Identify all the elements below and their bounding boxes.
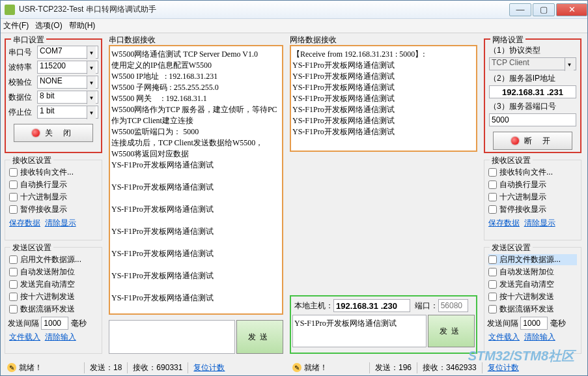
- send-settings-group-right: 发送区设置 启用文件数据源... 自动发送附加位 发送完自动清空 按十六进制发送…: [484, 247, 581, 354]
- stopbits-value[interactable]: 1 bit: [40, 106, 87, 118]
- proto-value[interactable]: TCP Client: [492, 58, 565, 70]
- pause-recv-check[interactable]: [9, 205, 18, 214]
- enable-file-source-check-r[interactable]: [488, 255, 497, 264]
- auto-clear-check[interactable]: [9, 280, 18, 289]
- recv-settings-group-left: 接收区设置 接收转向文件... 自动换行显示 十六进制显示 暂停接收显示 保存数…: [5, 160, 102, 240]
- com-port-value[interactable]: COM7: [40, 46, 87, 58]
- enable-file-source-check[interactable]: [9, 255, 18, 264]
- record-icon: [32, 129, 40, 137]
- hex-send-check[interactable]: [9, 293, 18, 301]
- chevron-down-icon[interactable]: ▼: [87, 46, 96, 59]
- interval-input-r[interactable]: [520, 317, 548, 330]
- chevron-down-icon[interactable]: ▼: [87, 106, 96, 119]
- server-port-input[interactable]: [489, 113, 576, 126]
- titlebar: USR-TCP232-Test 串口转网络调试助手 — ▢ ✕: [1, 1, 587, 19]
- menubar: 文件(F) 选项(O) 帮助(H): [1, 19, 587, 33]
- proto-label: （1）协议类型: [489, 45, 576, 56]
- window-title: USR-TCP232-Test 串口转网络调试助手: [19, 4, 508, 15]
- serial-send-input[interactable]: [109, 320, 235, 354]
- recv-to-file-check-r[interactable]: [488, 168, 497, 177]
- clear-display-link-r[interactable]: 清除显示: [524, 218, 555, 227]
- chevron-down-icon[interactable]: ▼: [87, 61, 96, 74]
- app-icon: [5, 5, 15, 15]
- clear-input-link-r[interactable]: 清除输入: [524, 332, 555, 341]
- hex-send-check-r[interactable]: [488, 293, 497, 301]
- interval-label: 发送间隔: [8, 318, 39, 329]
- send-count-right: 196: [399, 363, 412, 372]
- serial-send-button[interactable]: 发送: [236, 320, 283, 354]
- recv-count-left: 690331: [156, 363, 182, 372]
- ready-icon: ✎: [292, 363, 301, 372]
- serial-recv-title: 串口数据接收: [109, 35, 156, 46]
- local-port-input[interactable]: [438, 299, 468, 312]
- auto-send-extra-check-r[interactable]: [488, 268, 497, 276]
- local-host-panel: 本地主机： 端口： YS-F1Pro开发板网络通信测试 发送: [290, 295, 477, 354]
- disconnect-button[interactable]: 断 开: [493, 132, 572, 150]
- net-settings-group: 网络设置 （1）协议类型 TCP Client▼ （2）服务器IP地址 （3）服…: [484, 38, 581, 153]
- send-group-title: 发送区设置: [10, 242, 53, 253]
- send-count-left: 18: [113, 363, 122, 372]
- statusbar-left: ✎ 就绪！ 发送：18 接收：690331 复位计数: [5, 361, 283, 374]
- minimize-button[interactable]: —: [509, 3, 531, 16]
- stopbits-label: 停止位: [8, 107, 37, 118]
- save-data-link-r[interactable]: 保存数据: [488, 218, 520, 227]
- serial-group-title: 串口设置: [11, 35, 46, 46]
- hex-display-check[interactable]: [9, 193, 18, 201]
- file-load-link[interactable]: 文件载入: [9, 332, 40, 341]
- send-settings-group-left: 发送区设置 启用文件数据源... 自动发送附加位 发送完自动清空 按十六进制发送…: [5, 247, 102, 354]
- chevron-down-icon[interactable]: ▼: [87, 91, 96, 104]
- recv-to-file-check[interactable]: [9, 168, 18, 177]
- net-send-button[interactable]: 发送: [428, 315, 475, 347]
- clear-input-link[interactable]: 清除输入: [45, 332, 76, 341]
- pause-recv-check-r[interactable]: [488, 205, 497, 214]
- status-ready: 就绪！: [19, 362, 84, 373]
- menu-options[interactable]: 选项(O): [35, 20, 62, 31]
- clear-display-link[interactable]: 清除显示: [45, 218, 76, 227]
- recv-settings-group-right: 接收区设置 接收转向文件... 自动换行显示 十六进制显示 暂停接收显示 保存数…: [484, 160, 581, 240]
- save-data-link[interactable]: 保存数据: [9, 218, 40, 227]
- watermark: STM32/STM8社区: [468, 347, 574, 365]
- recv-group-title: 接收区设置: [10, 155, 53, 166]
- server-port-label: （3）服务器端口号: [489, 101, 576, 112]
- baud-label: 波特率: [8, 62, 37, 73]
- menu-help[interactable]: 帮助(H): [69, 20, 96, 31]
- net-recv-textarea[interactable]: 【Receive from 192.168.31.231 : 5000】: YS…: [290, 45, 477, 152]
- serial-recv-textarea[interactable]: W5500网络通信测试 TCP Server Demo V1.0 使用定义的IP…: [109, 45, 283, 315]
- server-ip-label: （2）服务器IP地址: [489, 73, 576, 84]
- chevron-down-icon[interactable]: ▼: [565, 58, 574, 71]
- net-send-input[interactable]: YS-F1Pro开发板网络通信测试: [292, 315, 427, 347]
- parity-label: 校验位: [8, 77, 37, 88]
- local-host-input[interactable]: [333, 299, 410, 312]
- ready-icon: ✎: [7, 363, 16, 372]
- local-port-label: 端口：: [415, 300, 438, 311]
- loop-send-check-r[interactable]: [488, 305, 497, 313]
- reset-count-link[interactable]: 复位计数: [188, 362, 230, 373]
- interval-input[interactable]: [41, 317, 68, 330]
- maximize-button[interactable]: ▢: [533, 3, 555, 16]
- baud-value[interactable]: 115200: [40, 61, 87, 73]
- local-host-label: 本地主机：: [294, 300, 333, 311]
- auto-clear-check-r[interactable]: [488, 280, 497, 289]
- net-recv-title: 网络数据接收: [290, 35, 337, 46]
- auto-wrap-check-r[interactable]: [488, 181, 497, 189]
- parity-value[interactable]: NONE: [40, 76, 87, 88]
- file-load-link-r[interactable]: 文件载入: [488, 332, 520, 341]
- serial-settings-group: 串口设置 串口号COM7▼ 波特率115200▼ 校验位NONE▼ 数据位8 b…: [5, 38, 102, 153]
- auto-wrap-check[interactable]: [9, 181, 18, 189]
- serial-close-button[interactable]: 关 闭: [14, 124, 93, 142]
- hex-display-check-r[interactable]: [488, 193, 497, 201]
- databits-label: 数据位: [8, 92, 37, 103]
- net-group-title: 网络设置: [490, 35, 525, 46]
- auto-send-extra-check[interactable]: [9, 268, 18, 276]
- loop-send-check[interactable]: [9, 305, 18, 313]
- com-port-label: 串口号: [8, 47, 37, 58]
- close-button[interactable]: ✕: [556, 3, 587, 16]
- chevron-down-icon[interactable]: ▼: [87, 76, 96, 89]
- databits-value[interactable]: 8 bit: [40, 91, 87, 103]
- record-icon: [511, 137, 519, 145]
- server-ip-input[interactable]: [489, 85, 576, 98]
- menu-file[interactable]: 文件(F): [3, 20, 29, 31]
